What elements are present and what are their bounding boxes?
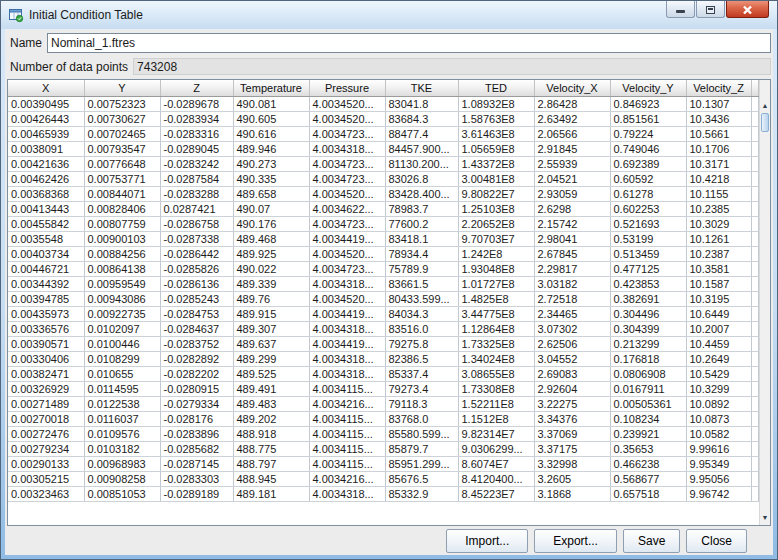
table-row[interactable]: 0.004359730.00922735-0.0284753489.9154.0…: [8, 306, 758, 321]
table-cell[interactable]: 85337.4: [385, 366, 458, 381]
table-cell[interactable]: 83418.1: [385, 231, 458, 246]
table-cell[interactable]: 0.568677: [610, 471, 686, 486]
table-row[interactable]: 0.003683680.00844071-0.0283288489.6584.0…: [8, 186, 758, 201]
table-cell[interactable]: 0.35653: [610, 441, 686, 456]
table-cell[interactable]: -0.0285682: [160, 441, 233, 456]
column-header-velocity_y[interactable]: Velocity_Y: [610, 80, 686, 96]
table-cell[interactable]: 490.273: [233, 156, 309, 171]
table-cell[interactable]: 0.0167911: [610, 381, 686, 396]
table-cell[interactable]: 0.00382471: [8, 366, 84, 381]
column-header-y[interactable]: Y: [84, 80, 160, 96]
table-cell[interactable]: 3.2605: [534, 471, 610, 486]
table-cell[interactable]: 0.00702465: [84, 126, 160, 141]
table-cell[interactable]: 0.00279234: [8, 441, 84, 456]
table-cell[interactable]: 10.1155: [686, 186, 751, 201]
table-cell[interactable]: 4.0034318...: [309, 366, 385, 381]
column-header-pressure[interactable]: Pressure: [309, 80, 385, 96]
table-cell[interactable]: 0.00752323: [84, 96, 160, 111]
table-cell[interactable]: 83768.0: [385, 411, 458, 426]
table-cell[interactable]: 0.00336576: [8, 321, 84, 336]
table-cell[interactable]: 0.00776648: [84, 156, 160, 171]
table-cell[interactable]: -0.0279334: [160, 396, 233, 411]
table-cell[interactable]: 489.658: [233, 186, 309, 201]
table-cell[interactable]: -0.0284753: [160, 306, 233, 321]
scroll-down-button[interactable]: ▼: [760, 509, 770, 525]
table-cell[interactable]: -0.0283896: [160, 426, 233, 441]
table-cell[interactable]: 82386.5: [385, 351, 458, 366]
table-cell[interactable]: -0.0287584: [160, 171, 233, 186]
table-cell[interactable]: 75789.9: [385, 261, 458, 276]
table-cell[interactable]: 85580.599...: [385, 426, 458, 441]
table-cell[interactable]: 1.25103E8: [458, 201, 534, 216]
table-cell[interactable]: -0.0289189: [160, 486, 233, 501]
table-cell[interactable]: 0.466238: [610, 456, 686, 471]
table-cell[interactable]: 0.00943086: [84, 291, 160, 306]
table-cell[interactable]: 489.491: [233, 381, 309, 396]
table-cell[interactable]: 0.423853: [610, 276, 686, 291]
table-cell[interactable]: 0.00305215: [8, 471, 84, 486]
table-cell[interactable]: 4.0034318...: [309, 351, 385, 366]
table-row[interactable]: 0.004558420.00807759-0.0286758490.1764.0…: [8, 216, 758, 231]
table-cell[interactable]: 78934.4: [385, 246, 458, 261]
table-cell[interactable]: 2.20652E8: [458, 216, 534, 231]
table-cell[interactable]: -0.0287338: [160, 231, 233, 246]
table-cell[interactable]: 2.06566: [534, 126, 610, 141]
table-cell[interactable]: 0.657518: [610, 486, 686, 501]
table-cell[interactable]: 9.99616: [686, 441, 751, 456]
table-cell[interactable]: 0.010655: [84, 366, 160, 381]
table-cell[interactable]: -0.0289678: [160, 96, 233, 111]
table-cell[interactable]: 1.08932E8: [458, 96, 534, 111]
table-cell[interactable]: 9.96742: [686, 486, 751, 501]
table-cell[interactable]: -0.0283934: [160, 111, 233, 126]
table-cell[interactable]: 0.00884256: [84, 246, 160, 261]
table-cell[interactable]: 9.95349: [686, 456, 751, 471]
table-cell[interactable]: 10.0873: [686, 411, 751, 426]
table-cell[interactable]: 1.1512E8: [458, 411, 534, 426]
table-cell[interactable]: 0.00828406: [84, 201, 160, 216]
import-button[interactable]: Import...: [446, 529, 528, 553]
table-cell[interactable]: 0.846923: [610, 96, 686, 111]
table-cell[interactable]: 3.08655E8: [458, 366, 534, 381]
table-cell[interactable]: 4.0034318...: [309, 141, 385, 156]
table-cell[interactable]: 488.797: [233, 456, 309, 471]
table-cell[interactable]: 0.79224: [610, 126, 686, 141]
table-cell[interactable]: 0.00959549: [84, 276, 160, 291]
table-cell[interactable]: 85951.299...: [385, 456, 458, 471]
table-cell[interactable]: 4.0034723...: [309, 156, 385, 171]
table-row[interactable]: 0.002792340.0103182-0.0285682488.7754.00…: [8, 441, 758, 456]
table-cell[interactable]: 0.602253: [610, 201, 686, 216]
table-row[interactable]: 0.004037340.00884256-0.0286442489.9254.0…: [8, 246, 758, 261]
table-cell[interactable]: 8.4120400...: [458, 471, 534, 486]
table-cell[interactable]: 489.925: [233, 246, 309, 261]
table-cell[interactable]: 0.00968983: [84, 456, 160, 471]
table-cell[interactable]: 0.851561: [610, 111, 686, 126]
table-cell[interactable]: 0.00368368: [8, 186, 84, 201]
table-cell[interactable]: 0.00505361: [610, 396, 686, 411]
table-cell[interactable]: 3.22275: [534, 396, 610, 411]
table-row[interactable]: 0.003905710.0100446-0.0283752489.6374.00…: [8, 336, 758, 351]
close-button[interactable]: [726, 0, 769, 18]
table-cell[interactable]: 2.92604: [534, 381, 610, 396]
table-cell[interactable]: 0.00394785: [8, 291, 84, 306]
table-cell[interactable]: 0.00730627: [84, 111, 160, 126]
table-row[interactable]: 0.002901330.00968983-0.0287145488.7974.0…: [8, 456, 758, 471]
table-cell[interactable]: 2.55939: [534, 156, 610, 171]
table-cell[interactable]: 2.93059: [534, 186, 610, 201]
table-cell[interactable]: 4.0034318...: [309, 321, 385, 336]
table-cell[interactable]: 10.5661: [686, 126, 751, 141]
table-cell[interactable]: 489.483: [233, 396, 309, 411]
table-cell[interactable]: 4.0034520...: [309, 291, 385, 306]
table-cell[interactable]: 4.0034520...: [309, 186, 385, 201]
column-header-tke[interactable]: TKE: [385, 80, 458, 96]
table-cell[interactable]: 0.0038091: [8, 141, 84, 156]
table-cell[interactable]: 4.0034216...: [309, 396, 385, 411]
table-cell[interactable]: 10.3195: [686, 291, 751, 306]
table-cell[interactable]: 0.0287421: [160, 201, 233, 216]
table-cell[interactable]: 10.0892: [686, 396, 751, 411]
export-button[interactable]: Export...: [534, 529, 617, 553]
table-cell[interactable]: 84457.900...: [385, 141, 458, 156]
table-cell[interactable]: 0.0806908: [610, 366, 686, 381]
minimize-button[interactable]: [666, 0, 695, 18]
table-cell[interactable]: 88477.4: [385, 126, 458, 141]
table-cell[interactable]: 3.04552: [534, 351, 610, 366]
